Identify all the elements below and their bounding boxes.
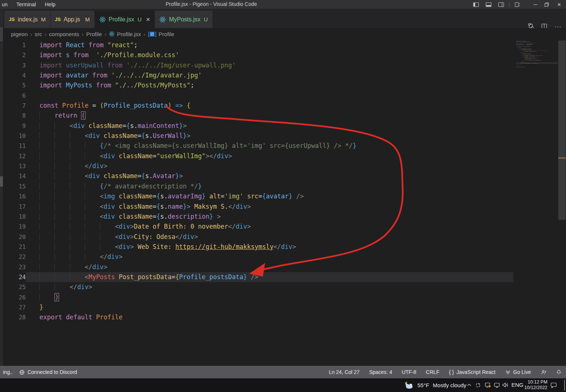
- braces-icon: { }: [449, 369, 454, 375]
- clock[interactable]: 10:12 PM 10/12/2022: [524, 379, 548, 391]
- code-line-17[interactable]: 17 <div className={s.name}> Maksym S.</d…: [3, 202, 513, 212]
- action-center-icon[interactable]: [550, 382, 557, 388]
- go-live-button[interactable]: Go Live: [505, 369, 531, 375]
- tab-app-js[interactable]: JS App.js M: [51, 11, 95, 28]
- eol-sequence[interactable]: CRLF: [426, 369, 440, 375]
- react-icon: [159, 16, 166, 23]
- menu-run[interactable]: un: [2, 1, 8, 7]
- code-line-8[interactable]: 8 return (: [3, 111, 513, 121]
- git-status-badge: U: [138, 16, 142, 22]
- tab-bar: JS index.js M JS App.js M Profile.jsx U …: [0, 9, 566, 28]
- breadcrumb-item[interactable]: src: [35, 31, 42, 37]
- line-number: 7: [3, 101, 26, 111]
- code-lines[interactable]: 1import React from "react";2import s fro…: [3, 40, 513, 323]
- breadcrumb-item[interactable]: components: [49, 31, 79, 37]
- chevron-right-icon: ›: [30, 31, 32, 37]
- code-line-6[interactable]: 6: [3, 91, 513, 101]
- tab-profile-jsx[interactable]: Profile.jsx U ✕: [95, 11, 155, 28]
- tab-index-js[interactable]: JS index.js M: [4, 11, 51, 28]
- code-line-1[interactable]: 1import React from "react";: [3, 40, 513, 50]
- windows-taskbar: 55°F Mostly cloudy ENG 10:12 PM 10/12/20…: [0, 378, 566, 392]
- customize-layout-icon[interactable]: [515, 2, 521, 7]
- line-number: 20: [3, 232, 26, 242]
- code-line-25[interactable]: 25 </div>: [3, 282, 513, 292]
- code-line-13[interactable]: 13 </div>: [3, 161, 513, 171]
- code-line-22[interactable]: 22 </div>: [3, 252, 513, 262]
- notifications-bell-icon[interactable]: [556, 370, 562, 375]
- minimap[interactable]: import React from "react";import s from …: [516, 41, 558, 114]
- close-window-icon[interactable]: ✕: [557, 2, 561, 7]
- menu-terminal[interactable]: Terminal: [17, 1, 36, 7]
- code-line-3[interactable]: 3import userUpwall from './../../Img/use…: [3, 60, 513, 70]
- cursor-position[interactable]: Ln 24, Col 27: [329, 369, 360, 375]
- line-number: 21: [3, 242, 26, 252]
- volume-icon[interactable]: [502, 382, 509, 388]
- line-number: 8: [3, 111, 26, 121]
- language-mode[interactable]: { } JavaScript React: [449, 369, 496, 375]
- code-line-28[interactable]: 28export default Profile: [3, 312, 513, 322]
- input-language[interactable]: ENG: [511, 382, 524, 388]
- window-title: Profile.jsx - Pigeon - Visual Studio Cod…: [166, 1, 257, 7]
- tab-label: index.js: [18, 16, 38, 23]
- breadcrumb-item[interactable]: pigeon: [11, 31, 28, 37]
- line-number: 25: [3, 282, 26, 292]
- indentation[interactable]: Spaces: 4: [369, 369, 392, 375]
- tray-capture-icon[interactable]: [475, 382, 481, 388]
- code-line-27[interactable]: 27}: [3, 302, 513, 312]
- code-line-4[interactable]: 4import avatar from './../../Img/avatar.…: [3, 70, 513, 80]
- code-line-16[interactable]: 16 <img className={s.avatarImg} alt='img…: [3, 191, 513, 201]
- vscode-window: un Terminal Help Profile.jsx - Pigeon - …: [0, 0, 566, 392]
- line-number: 22: [3, 252, 26, 262]
- weather-widget[interactable]: 55°F Mostly cloudy: [403, 381, 466, 390]
- breadcrumb-symbol[interactable]: Profile: [159, 31, 174, 37]
- code-line-11[interactable]: 11 {/* <img className={s.userWallImg} al…: [3, 141, 513, 151]
- code-line-12[interactable]: 12 <div className="userWallImg"></div>: [3, 151, 513, 161]
- code-line-24[interactable]: 24 <MyPosts Post_postsData={Profile_post…: [3, 272, 513, 282]
- tray-device-icon[interactable]: [485, 382, 491, 388]
- code-line-7[interactable]: 7const Profile = (Profile_postsData) => …: [3, 101, 513, 111]
- code-editor[interactable]: 1import React from "react";2import s fro…: [3, 40, 566, 366]
- encoding[interactable]: UTF-8: [402, 369, 416, 375]
- minimize-icon[interactable]: [533, 2, 538, 7]
- tab-myposts-jsx[interactable]: MyPosts.jsx U: [155, 11, 212, 28]
- code-line-2[interactable]: 2import s from './Profile.module.css': [3, 50, 513, 60]
- code-line-15[interactable]: 15 {/* avatar+desctription */}: [3, 181, 513, 191]
- code-line-20[interactable]: 20 <div>City: Odesa</div>: [3, 232, 513, 242]
- close-tab-icon[interactable]: ✕: [146, 17, 150, 22]
- breadcrumb: pigeon › src › components › Profile › Pr…: [0, 28, 566, 40]
- toggle-secondary-sidebar-icon[interactable]: [498, 2, 504, 7]
- code-line-21[interactable]: 21 <div> Web Site: https://git-hub/makks…: [3, 242, 513, 252]
- show-desktop-divider[interactable]: [564, 380, 565, 391]
- line-number: 5: [3, 80, 26, 90]
- discord-status[interactable]: Connected to Discord: [19, 369, 77, 375]
- feedback-icon[interactable]: [541, 370, 546, 375]
- toggle-sidebar-icon[interactable]: [473, 2, 479, 7]
- code-line-23[interactable]: 23 </div>: [3, 262, 513, 272]
- code-line-14[interactable]: 14 <div className={s.Avatar}>: [3, 171, 513, 181]
- line-number: 12: [3, 151, 26, 161]
- line-number: 18: [3, 212, 26, 222]
- code-line-10[interactable]: 10 <div className={s.UserWall}>: [3, 131, 513, 141]
- line-number: 9: [3, 121, 26, 131]
- network-icon[interactable]: [494, 382, 500, 388]
- scrollbar-thumb[interactable]: [558, 41, 566, 220]
- breadcrumb-file[interactable]: Profile.jsx: [117, 31, 141, 37]
- toggle-panel-icon[interactable]: [486, 2, 492, 7]
- line-number: 11: [3, 141, 26, 151]
- tray-chevron-up-icon[interactable]: [467, 383, 472, 386]
- vertical-scrollbar[interactable]: [558, 40, 566, 366]
- react-icon: [99, 16, 106, 23]
- code-line-9[interactable]: 9 <div className={s.mainContent}>: [3, 121, 513, 131]
- code-line-18[interactable]: 18 <div className={s.description} >: [3, 212, 513, 222]
- breadcrumb-item[interactable]: Profile: [86, 31, 102, 37]
- code-line-19[interactable]: 19 <div>Date of Birth: 0 november</div>: [3, 222, 513, 232]
- restore-icon[interactable]: [544, 2, 549, 7]
- line-number: 14: [3, 171, 26, 181]
- line-number: 13: [3, 161, 26, 171]
- code-line-5[interactable]: 5import MyPosts from "./../Posts/MyPosts…: [3, 80, 513, 90]
- code-line-26[interactable]: 26 ): [3, 292, 513, 302]
- globe-icon: [19, 370, 25, 375]
- git-status-badge: U: [204, 16, 208, 22]
- menu-help[interactable]: Help: [45, 1, 55, 7]
- status-fragment[interactable]: ing..: [3, 369, 13, 375]
